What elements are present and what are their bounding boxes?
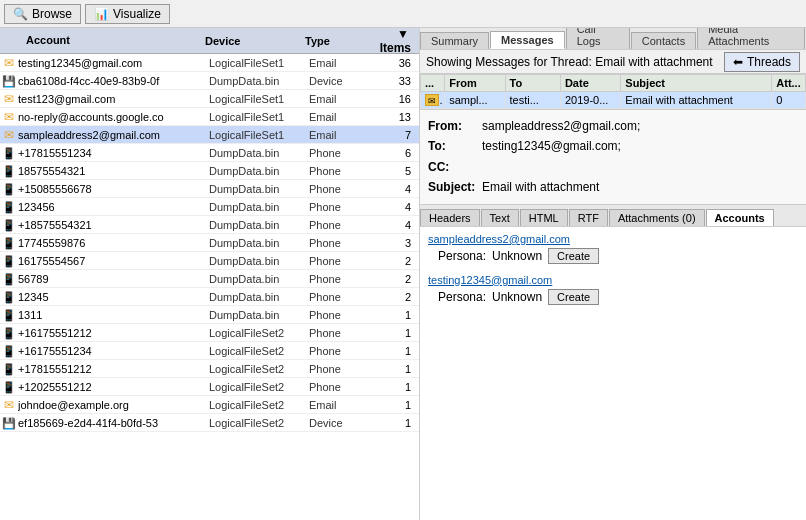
msg-from: sampl...: [445, 92, 505, 109]
row-icon: 📱: [0, 254, 18, 268]
row-device: LogicalFileSet1: [209, 57, 309, 69]
to-value: testing12345@gmail.com;: [482, 136, 621, 156]
list-item[interactable]: 📱 16175554567 DumpData.bin Phone 2: [0, 252, 419, 270]
to-label: To:: [428, 136, 478, 156]
list-item[interactable]: 💾 ef185669-e2d4-41f4-b0fd-53 LogicalFile…: [0, 414, 419, 432]
list-item[interactable]: 📱 +16175551234 LogicalFileSet2 Phone 1: [0, 342, 419, 360]
lower-tab-accounts[interactable]: Accounts: [706, 209, 774, 226]
list-item[interactable]: ✉ test123@gmail.com LogicalFileSet1 Emai…: [0, 90, 419, 108]
lower-tab-headers[interactable]: Headers: [420, 209, 480, 226]
list-item[interactable]: 📱 +17815551212 LogicalFileSet2 Phone 1: [0, 360, 419, 378]
top-tab-summary[interactable]: Summary: [420, 32, 489, 49]
row-account: 1311: [18, 309, 209, 321]
col-att: Att...: [772, 75, 806, 92]
list-item[interactable]: ✉ testing12345@gmail.com LogicalFileSet1…: [0, 54, 419, 72]
col-subject: Subject: [621, 75, 772, 92]
row-icon: 📱: [0, 218, 18, 232]
persona-value: Unknown: [492, 290, 542, 304]
sort-arrow: ▼: [397, 28, 409, 41]
row-device: LogicalFileSet2: [209, 327, 309, 339]
msg-to: testi...: [505, 92, 560, 109]
list-item[interactable]: 📱 17745559876 DumpData.bin Phone 3: [0, 234, 419, 252]
from-value: sampleaddress2@gmail.com;: [482, 116, 640, 136]
row-items: 2: [369, 273, 419, 285]
top-tab-messages[interactable]: Messages: [490, 31, 565, 49]
top-tab-call-logs[interactable]: Call Logs: [566, 28, 630, 49]
row-account: test123@gmail.com: [18, 93, 209, 105]
top-tab-media-attachments[interactable]: Media Attachments: [697, 28, 805, 49]
list-item[interactable]: 📱 +18575554321 DumpData.bin Phone 4: [0, 216, 419, 234]
row-icon: ✉: [0, 92, 18, 106]
row-type: Email: [309, 93, 369, 105]
list-item[interactable]: ✉ no-reply@accounts.google.co LogicalFil…: [0, 108, 419, 126]
browse-button[interactable]: 🔍 Browse: [4, 4, 81, 24]
email-icon: ✉: [4, 398, 14, 412]
row-account: testing12345@gmail.com: [18, 57, 209, 69]
row-type: Email: [309, 129, 369, 141]
row-icon: 📱: [0, 308, 18, 322]
lower-tab-attachments--0-[interactable]: Attachments (0): [609, 209, 705, 226]
row-items: 2: [369, 255, 419, 267]
msg-dots: ✉ ...: [421, 92, 445, 109]
row-items: 33: [369, 75, 419, 87]
lower-tab-rtf[interactable]: RTF: [569, 209, 608, 226]
list-item[interactable]: 📱 +16175551212 LogicalFileSet2 Phone 1: [0, 324, 419, 342]
row-type: Phone: [309, 237, 369, 249]
row-account: ef185669-e2d4-41f4-b0fd-53: [18, 417, 209, 429]
cc-field: CC:: [428, 157, 798, 177]
account-email-link[interactable]: testing12345@gmail.com: [428, 274, 798, 286]
col-from: From: [445, 75, 505, 92]
threads-button[interactable]: ⬅ Threads: [724, 52, 800, 72]
email-icon: ✉: [4, 110, 14, 124]
lower-tab-text[interactable]: Text: [481, 209, 519, 226]
list-item[interactable]: 📱 1311 DumpData.bin Phone 1: [0, 306, 419, 324]
row-items: 4: [369, 219, 419, 231]
email-icon: ✉: [4, 56, 14, 70]
top-tab-contacts[interactable]: Contacts: [631, 32, 696, 49]
row-account: johndoe@example.org: [18, 399, 209, 411]
list-item[interactable]: 📱 +15085556678 DumpData.bin Phone 4: [0, 180, 419, 198]
browse-icon: 🔍: [13, 7, 28, 21]
row-items: 1: [369, 345, 419, 357]
list-item[interactable]: 📱 +12025551212 LogicalFileSet2 Phone 1: [0, 378, 419, 396]
visualize-button[interactable]: 📊 Visualize: [85, 4, 170, 24]
row-items: 1: [369, 399, 419, 411]
list-item[interactable]: 📱 18575554321 DumpData.bin Phone 5: [0, 162, 419, 180]
phone-icon: 📱: [2, 291, 16, 303]
row-items: 1: [369, 417, 419, 429]
threads-btn-label: Threads: [747, 55, 791, 69]
msg-subject: Email with attachment: [621, 92, 772, 109]
phone-icon: 📱: [2, 309, 16, 321]
list-item[interactable]: 📱 12345 DumpData.bin Phone 2: [0, 288, 419, 306]
message-row[interactable]: ✉ ... sampl... testi... 2019-0... Email …: [421, 92, 806, 109]
col-to: To: [505, 75, 560, 92]
list-header: Account Device Type ▼ Items: [0, 28, 419, 54]
list-item[interactable]: 📱 56789 DumpData.bin Phone 2: [0, 270, 419, 288]
row-device: LogicalFileSet2: [209, 363, 309, 375]
account-list: ✉ testing12345@gmail.com LogicalFileSet1…: [0, 54, 419, 520]
create-button[interactable]: Create: [548, 289, 599, 305]
row-icon: 📱: [0, 290, 18, 304]
row-type: Phone: [309, 147, 369, 159]
row-account: +17815551234: [18, 147, 209, 159]
row-account: 123456: [18, 201, 209, 213]
create-button[interactable]: Create: [548, 248, 599, 264]
list-item[interactable]: 📱 +17815551234 DumpData.bin Phone 6: [0, 144, 419, 162]
row-device: DumpData.bin: [209, 255, 309, 267]
account-entry: testing12345@gmail.com Persona: Unknown …: [428, 274, 798, 305]
account-email-link[interactable]: sampleaddress2@gmail.com: [428, 233, 798, 245]
row-type: Phone: [309, 255, 369, 267]
browse-label: Browse: [32, 7, 72, 21]
lower-tab-html[interactable]: HTML: [520, 209, 568, 226]
list-item[interactable]: 💾 cba6108d-f4cc-40e9-83b9-0f DumpData.bi…: [0, 72, 419, 90]
cc-label: CC:: [428, 157, 478, 177]
list-item[interactable]: ✉ johndoe@example.org LogicalFileSet2 Em…: [0, 396, 419, 414]
row-items: 36: [369, 57, 419, 69]
row-items: 4: [369, 201, 419, 213]
msg-date: 2019-0...: [560, 92, 620, 109]
row-account: 56789: [18, 273, 209, 285]
row-account: +12025551212: [18, 381, 209, 393]
row-device: LogicalFileSet2: [209, 345, 309, 357]
list-item[interactable]: 📱 123456 DumpData.bin Phone 4: [0, 198, 419, 216]
list-item[interactable]: ✉ sampleaddress2@gmail.com LogicalFileSe…: [0, 126, 419, 144]
